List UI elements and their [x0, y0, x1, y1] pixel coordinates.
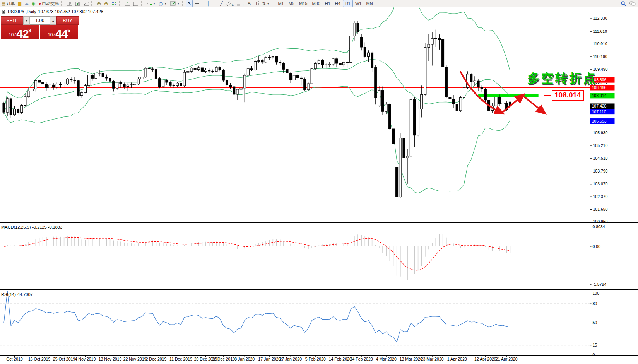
rsi-label: RSI(14)44.7007: [1, 292, 33, 297]
bar-chart-icon: [67, 1, 72, 6]
timeframe-button-D1[interactable]: D1: [343, 0, 353, 7]
search-icon[interactable]: [621, 1, 626, 6]
svg-text:101.650: 101.650: [593, 207, 608, 212]
label-tool-button[interactable]: T: [252, 0, 260, 7]
market-button[interactable]: ▆: [16, 0, 22, 7]
equidistant-channel-icon: [226, 1, 232, 6]
fibonacci-icon: [237, 1, 243, 6]
toolbar-grip: [61, 1, 63, 6]
svg-text:100.950: 100.950: [593, 219, 608, 224]
channel-letter: E: [232, 3, 234, 7]
vline-tool-button[interactable]: │: [205, 0, 211, 7]
channel-tool-button[interactable]: E: [224, 0, 235, 7]
date-label: 13 Mar 2020: [400, 357, 422, 361]
toolbar-grip: [91, 1, 94, 6]
volume-down-button[interactable]: ▼: [23, 16, 30, 25]
clock-icon: ◷: [159, 1, 163, 6]
autotrading-button[interactable]: ● 自动交易: [37, 0, 60, 7]
timeframe-button-H4[interactable]: H4: [333, 0, 343, 7]
shapes-tool-button[interactable]: ⇅▼: [260, 0, 271, 7]
line-chart-icon: [84, 1, 89, 6]
arrows-icon: ⇅: [262, 2, 265, 6]
volume-up-button[interactable]: ▲: [50, 16, 56, 25]
date-label: 11 Dec 2019: [169, 357, 192, 361]
svg-text:106.593: 106.593: [592, 119, 607, 123]
timeframe-button-H1[interactable]: H1: [323, 0, 333, 7]
macd-panel: [4, 234, 510, 280]
bid-prefix: 107: [9, 32, 16, 38]
indicators-icon: [146, 1, 152, 6]
date-label: 4 Mar 2020: [376, 357, 397, 361]
svg-text:-1.5784: -1.5784: [593, 282, 607, 287]
autoscroll-icon: [125, 1, 130, 6]
candlestick-button[interactable]: [74, 0, 82, 7]
svg-text:108.014: 108.014: [592, 93, 607, 98]
chart-shift-button[interactable]: [132, 0, 140, 7]
dropdown-arrow-icon: ▼: [164, 2, 167, 5]
rsi-line: [4, 291, 510, 342]
svg-text:102.370: 102.370: [593, 194, 608, 199]
hline-tool-button[interactable]: —: [211, 0, 219, 7]
autotrading-label: 自动交易: [42, 1, 59, 7]
date-axis: Oct 201916 Oct 201925 Oct 20194 Nov 2019…: [6, 356, 518, 362]
bollinger-lower: [4, 86, 510, 193]
templates-button[interactable]: ▼: [168, 0, 181, 7]
chat-icon[interactable]: [629, 1, 636, 6]
ask-price-tile[interactable]: 107 44 6: [40, 25, 78, 39]
volume-input[interactable]: [30, 16, 50, 25]
timeframe-button-MN[interactable]: MN: [364, 0, 375, 7]
chart-icon: [2, 10, 6, 14]
indicators-button[interactable]: ▼: [145, 0, 157, 7]
tile-windows-icon: [111, 1, 117, 6]
bid-big-digits: 42: [16, 29, 28, 39]
text-tool-button[interactable]: A: [246, 0, 252, 7]
dropdown-arrow-icon: ▼: [177, 2, 180, 5]
timeframe-button-W1[interactable]: W1: [353, 0, 364, 7]
chart-canvas[interactable]: 112.330111.610110.910110.190109.490108.7…: [0, 0, 638, 364]
cloud-icon: ☁: [24, 2, 29, 6]
cursor-tool-button[interactable]: ↖: [186, 0, 193, 7]
fibo-tool-button[interactable]: F: [235, 0, 246, 7]
zoom-out-icon: ⊖: [104, 1, 108, 6]
svg-text:100: 100: [593, 291, 600, 296]
svg-text:107.110: 107.110: [592, 109, 606, 114]
text-tool-icon: A: [248, 1, 251, 6]
trendline-icon: ╱: [220, 2, 223, 6]
timeframe-button-M15[interactable]: M15: [297, 0, 310, 7]
signals-icon: ◉: [32, 2, 36, 6]
label-tool-icon: T: [254, 1, 259, 6]
svg-text:105.210: 105.210: [593, 143, 608, 148]
candlestick-icon: [75, 1, 80, 6]
line-chart-button[interactable]: [82, 0, 91, 7]
svg-text:80: 80: [593, 301, 597, 306]
autoscroll-button[interactable]: [123, 0, 132, 7]
signals-button[interactable]: ◉: [30, 0, 37, 7]
timeframe-button-M30[interactable]: M30: [310, 0, 322, 7]
crosshair-tool-button[interactable]: [193, 0, 201, 7]
chart-shift-icon: [133, 1, 139, 6]
bollinger-middle: [4, 59, 510, 112]
templates-icon: [170, 1, 176, 6]
support-highlight-bar: [478, 94, 539, 97]
symbol-period: USDJPY-,Daily: [8, 9, 36, 14]
tile-windows-button[interactable]: [110, 0, 118, 7]
zoom-out-button[interactable]: ⊖: [103, 0, 110, 7]
svg-text:103.790: 103.790: [593, 169, 608, 173]
sell-button[interactable]: SELL: [1, 16, 23, 25]
bar-chart-button[interactable]: [65, 0, 74, 7]
periods-button[interactable]: ◷▼: [157, 0, 168, 7]
timeframe-button-M5[interactable]: M5: [286, 0, 297, 7]
new-order-button[interactable]: ▤ 订单: [0, 0, 16, 7]
bid-price-tile[interactable]: 107 42 8: [1, 25, 39, 39]
toolbar-grip: [182, 1, 184, 6]
trendline-tool-button[interactable]: ╱: [219, 0, 224, 7]
timeframe-button-M1[interactable]: M1: [275, 0, 286, 7]
svg-text:107.428: 107.428: [592, 104, 607, 108]
level-price-callout[interactable]: 108.014: [552, 90, 584, 101]
zoom-in-button[interactable]: ⊕: [95, 0, 103, 7]
buy-button[interactable]: BUY: [56, 16, 79, 25]
date-label: 2 Dec 2019: [146, 357, 167, 361]
cloud-button[interactable]: ☁: [23, 0, 30, 7]
cursor-icon: ↖: [187, 1, 191, 6]
dropdown-arrow-icon: ▼: [267, 2, 269, 5]
